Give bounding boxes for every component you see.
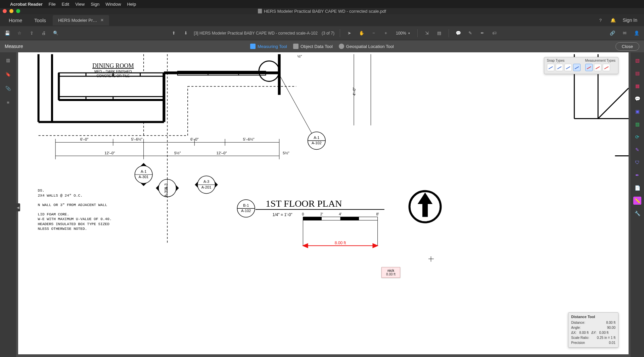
scale-k: Scale Ratio:	[571, 335, 589, 340]
callout-a1-102-top: A-1	[314, 136, 319, 140]
tool-request-sig-icon[interactable]: 📄	[633, 184, 641, 192]
note-3: LID FOAM CORE.	[38, 212, 69, 216]
svg-rect-57	[340, 217, 359, 220]
tool-fill-sign-icon[interactable]: ✒	[633, 171, 641, 179]
distance-tool-panel: Distance Tool Distance:8.00 ft Angle:90.…	[568, 312, 618, 348]
tool-create-pdf-icon[interactable]: ▧	[633, 56, 641, 64]
measure-distance[interactable]	[585, 64, 593, 71]
tool-comment-icon[interactable]: 💬	[633, 95, 641, 103]
tool-measure-icon[interactable]: 📏	[633, 197, 641, 205]
dim-12-0-b: 12'–0"	[217, 151, 227, 155]
tool-edit-pdf-icon[interactable]: ▤	[633, 69, 641, 77]
menu-view[interactable]: View	[75, 2, 85, 7]
object-data-tool-button[interactable]: Object Data Tool	[293, 44, 333, 49]
snap-measurement-palette[interactable]: Snap Types Measurement Types	[544, 57, 618, 74]
window-zoom[interactable]	[16, 9, 20, 13]
app-name[interactable]: Acrobat Reader	[10, 2, 43, 7]
document-icon	[258, 9, 262, 13]
tool-redact-icon[interactable]: ✎	[633, 146, 641, 154]
mail-icon[interactable]: ✉	[620, 29, 629, 37]
window-minimize[interactable]	[9, 9, 13, 13]
menu-help[interactable]: Help	[127, 2, 136, 7]
chevron-down-icon: ▾	[408, 32, 410, 35]
account-icon[interactable]: 👤	[633, 29, 641, 37]
stamp-icon[interactable]: 🏷	[491, 29, 499, 37]
link-icon[interactable]: 🔗	[608, 29, 616, 37]
right-tools-rail: ▧ ▤ ▦ 💬 ▣ ▥ ⟳ ✎ 🛡 ✒ 📄 📏 🔧	[631, 52, 644, 357]
zoom-out-icon[interactable]: −	[370, 29, 378, 37]
document-canvas[interactable]: ◀	[16, 52, 631, 357]
fit-width-icon[interactable]: ⇲	[423, 29, 431, 37]
measure-perimeter[interactable]	[594, 64, 601, 71]
layers-icon[interactable]: ≡	[4, 99, 12, 106]
menu-edit[interactable]: Edit	[62, 2, 69, 7]
help-icon[interactable]: ?	[597, 17, 604, 23]
sign-in-button[interactable]: Sign In	[623, 17, 637, 23]
measurement-annotation[interactable]: nick 8.00 ft	[381, 267, 400, 278]
window-close[interactable]	[3, 9, 7, 13]
hand-tool-icon[interactable]: ✋	[358, 29, 366, 37]
print-icon[interactable]: 🖨	[40, 29, 48, 37]
snap-endpoint[interactable]	[547, 64, 554, 71]
geospatial-tool-label: Geospatial Location Tool	[346, 44, 394, 49]
highlight-icon[interactable]: ✎	[466, 29, 474, 37]
sign-icon[interactable]: ✒	[478, 29, 487, 37]
zoom-level[interactable]: 100% ▾	[394, 30, 412, 36]
main-toolbar: 💾 ☆ ⇪ 🖨 🔍 ⬆ ⬇ [3] HERS Modeler Practical…	[0, 26, 644, 40]
scalebar-2: 2'	[320, 212, 323, 216]
snap-perpendicular[interactable]	[573, 64, 581, 71]
tool-more-icon[interactable]: 🔧	[633, 209, 641, 217]
distance-v: 8.00 ft	[606, 320, 615, 325]
page-down-icon[interactable]: ⬇	[182, 29, 190, 37]
window-title-text: HERS Modeler Practical BABY CAPE WD - co…	[264, 9, 386, 14]
tool-protect-icon[interactable]: 🛡	[633, 158, 641, 166]
page-display-icon[interactable]: ▤	[435, 29, 443, 37]
menu-window[interactable]: Window	[105, 2, 121, 7]
save-icon[interactable]: 💾	[3, 29, 11, 37]
search-icon[interactable]: 🔍	[52, 29, 60, 37]
close-measure-button[interactable]: Close	[615, 42, 639, 51]
measure-area[interactable]	[603, 64, 610, 71]
measuring-tool-label: Measuring Tool	[258, 44, 287, 49]
tool-combine-icon[interactable]: ▣	[633, 107, 641, 115]
menu-sign[interactable]: Sign	[91, 2, 99, 7]
tab-document[interactable]: HERS Modeler Pr… ✕	[53, 15, 109, 26]
zoom-in-icon[interactable]: +	[382, 29, 390, 37]
tab-home[interactable]: Home	[3, 15, 28, 26]
bookmarks-icon[interactable]: 🔖	[4, 70, 12, 78]
snap-midpoint[interactable]	[556, 64, 563, 71]
tab-close-icon[interactable]: ✕	[100, 18, 104, 22]
bell-icon[interactable]: 🔔	[610, 17, 616, 23]
tool-export-pdf-icon[interactable]: ▦	[633, 82, 641, 90]
snap-intersection[interactable]	[564, 64, 572, 71]
select-tool-icon[interactable]: ➤	[346, 29, 354, 37]
tab-tools[interactable]: Tools	[29, 15, 51, 26]
measuring-tool-button[interactable]: Measuring Tool	[250, 44, 287, 49]
tool-organize-icon[interactable]: ▥	[633, 120, 641, 128]
menu-file[interactable]: File	[49, 2, 56, 7]
note-0: DS.	[38, 189, 45, 193]
dim-6-0-a: 6'–0"	[80, 137, 89, 141]
snap-types-label: Snap Types	[547, 59, 581, 62]
room-sub1: MED.– DARK FINISHED	[94, 70, 132, 73]
traffic-lights	[3, 9, 20, 13]
share-icon[interactable]: ⇪	[28, 29, 36, 37]
attachments-icon[interactable]: 📎	[4, 85, 12, 92]
distance-k: Distance:	[571, 320, 585, 325]
dim-4-0: 4'–0"	[352, 87, 356, 96]
plan-title: 1ST FLOOR PLAN	[266, 198, 342, 209]
svg-marker-64	[373, 244, 377, 248]
comment-icon[interactable]: 💬	[454, 29, 462, 37]
geospatial-tool-button[interactable]: Geospatial Location Tool	[339, 44, 394, 49]
page-up-icon[interactable]: ⬆	[170, 29, 178, 37]
thumbnails-icon[interactable]: ▥	[4, 56, 12, 64]
prec-k: Precision	[571, 340, 585, 345]
star-icon[interactable]: ☆	[15, 29, 24, 37]
tool-compress-icon[interactable]: ⟳	[633, 133, 641, 141]
window-title: HERS Modeler Practical BABY CAPE WD - co…	[258, 9, 386, 14]
svg-line-35	[279, 74, 315, 139]
page-label: [3] HERS Modeler Practical BABY CAPE WD …	[194, 31, 318, 36]
dim-5-6-b: 5'–6½"	[243, 137, 255, 141]
callout-a1-301-bot: A-301	[139, 175, 149, 179]
zoom-value: 100%	[396, 31, 406, 36]
